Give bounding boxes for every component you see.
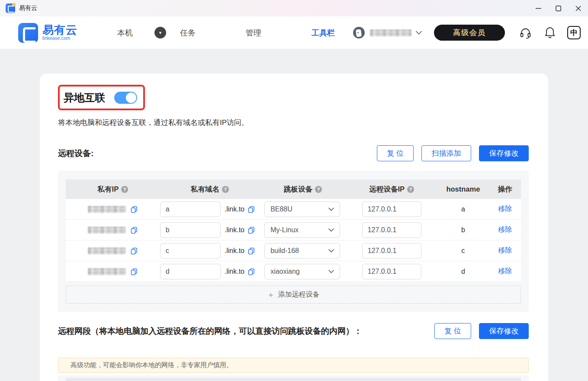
user-avatar[interactable]: [353, 27, 365, 38]
col-header-hostname: hostname: [446, 185, 480, 193]
private-domain-input[interactable]: [160, 202, 221, 217]
notifications-bell-icon[interactable]: [545, 27, 555, 38]
domain-suffix: .link.to: [225, 268, 244, 275]
help-icon[interactable]: ?: [222, 186, 229, 193]
jump-device-value: build-168: [270, 247, 299, 255]
remote-devices-heading: 远程设备:: [58, 148, 93, 159]
page-background: 异地互联 将本地电脑和远程设备互联，通过私有域名或私有IP访问。 远程设备: 复…: [0, 49, 588, 381]
chevron-down-icon[interactable]: [416, 31, 422, 35]
username-blurred: [370, 29, 411, 36]
nav-item-local[interactable]: 本机: [117, 28, 133, 38]
private-ip-blurred: [88, 227, 126, 234]
hostname-value: a: [461, 205, 465, 213]
col-header-jump-device: 跳板设备: [284, 185, 312, 194]
subnet-save-button[interactable]: 保存修改: [479, 323, 529, 339]
chevron-down-icon: [328, 270, 334, 273]
table-row: .link.to xiaoxiang d 移除: [66, 261, 521, 282]
remove-row-button[interactable]: 移除: [498, 225, 512, 234]
jump-device-value: My-Linux: [270, 226, 299, 234]
jump-device-select[interactable]: My-Linux: [264, 222, 340, 238]
page-title: 异地互联: [64, 91, 105, 105]
col-header-private-domain: 私有域名: [191, 185, 219, 194]
navbar: 易有云 linkease.com 本机 ▼ 任务 管理 工具栏 高级会员: [0, 16, 588, 49]
table-header-row: 私有IP? 私有域名? 跳板设备? 远程设备IP? hostname 操作: [66, 179, 521, 199]
brand-logo-icon: [18, 23, 38, 43]
private-domain-input[interactable]: [160, 264, 221, 279]
add-remote-device-button[interactable]: ＋ 添加远程设备: [66, 285, 521, 304]
chevron-down-icon: [328, 208, 334, 211]
remote-subnet-table-panel: 远程网段 跳板设备? 是否启用 操作: [58, 375, 529, 381]
domain-suffix: .link.to: [225, 205, 244, 213]
language-badge-button[interactable]: 中: [567, 26, 581, 39]
minimize-button[interactable]: [528, 0, 548, 16]
triangle-down-icon: ▼: [158, 31, 162, 35]
copy-icon[interactable]: [130, 205, 138, 213]
copy-icon[interactable]: [247, 268, 255, 275]
copy-icon[interactable]: [130, 226, 138, 234]
add-remote-device-label: 添加远程设备: [278, 290, 320, 299]
close-button[interactable]: [568, 0, 588, 16]
remote-ip-input[interactable]: [362, 202, 421, 217]
support-headset-icon[interactable]: [520, 27, 531, 39]
copy-icon[interactable]: [247, 205, 255, 213]
hostname-value: d: [461, 268, 465, 275]
table-row: .link.to build-168 c 移除: [66, 240, 521, 261]
hostname-value: b: [461, 226, 465, 234]
hostname-value: c: [461, 247, 465, 255]
nav-item-manage[interactable]: 管理: [246, 28, 261, 38]
language-badge-label: 中: [570, 28, 578, 38]
titlebar: 易有云: [0, 0, 588, 16]
copy-icon[interactable]: [130, 247, 138, 255]
jump-device-select[interactable]: BE88U: [264, 202, 340, 217]
private-domain-input[interactable]: [160, 222, 221, 238]
plus-icon: ＋: [267, 290, 275, 300]
feature-description: 将本地电脑和远程设备互联，通过私有域名或私有IP访问。: [58, 118, 529, 128]
subnet-reset-button[interactable]: 复 位: [434, 323, 471, 339]
remote-devices-table-panel: 私有IP? 私有域名? 跳板设备? 远程设备IP? hostname 操作: [58, 171, 529, 312]
col-header-private-ip: 私有IP: [98, 185, 119, 194]
remote-link-toggle[interactable]: [114, 92, 137, 104]
jump-device-value: xiaoxiang: [270, 268, 300, 275]
copy-icon[interactable]: [247, 226, 255, 234]
jump-device-select[interactable]: build-168: [264, 243, 340, 259]
toggle-knob: [126, 93, 136, 103]
remote-ip-input[interactable]: [362, 243, 421, 259]
save-changes-button[interactable]: 保存修改: [479, 145, 529, 161]
scan-add-button[interactable]: 扫描添加: [421, 145, 471, 161]
annotation-highlight-box: 异地互联: [58, 85, 145, 110]
copy-icon[interactable]: [247, 247, 255, 255]
brand-logo: 易有云 linkease.com: [18, 23, 77, 43]
nav-item-toolbar[interactable]: 工具栏: [312, 28, 335, 38]
help-icon[interactable]: ?: [121, 186, 128, 193]
col-header-remote-ip: 远程设备IP: [369, 185, 405, 194]
brand-name: 易有云: [42, 24, 77, 35]
table-row: .link.to My-Linux b 移除: [66, 220, 521, 240]
local-device-dropdown-button[interactable]: ▼: [154, 27, 166, 38]
reset-button[interactable]: 复 位: [377, 145, 414, 161]
domain-suffix: .link.to: [225, 226, 244, 234]
private-domain-input[interactable]: [160, 243, 221, 259]
help-icon[interactable]: ?: [315, 186, 322, 193]
remove-row-button[interactable]: 移除: [498, 246, 512, 255]
nav-item-tasks[interactable]: 任务: [180, 28, 196, 38]
maximize-button[interactable]: [548, 0, 568, 16]
remove-row-button[interactable]: 移除: [498, 205, 512, 214]
remote-subnet-heading: 远程网段（将本地电脑加入远程设备所在的网络，可以直接访问跳板设备的内网）：: [58, 326, 362, 337]
private-ip-blurred: [88, 206, 126, 213]
advanced-feature-warning: 高级功能，可能会影响你本地的网络，非专家用户慎用。: [58, 358, 529, 373]
remote-ip-input[interactable]: [362, 222, 421, 238]
chevron-down-icon: [328, 249, 334, 253]
remote-ip-input[interactable]: [362, 264, 421, 279]
col-header-actions: 操作: [498, 185, 512, 194]
private-ip-blurred: [88, 247, 126, 254]
subnet-table-header-row: 远程网段 跳板设备? 是否启用 操作: [66, 378, 521, 381]
toolbar-remote-link-card: 异地互联 将本地电脑和远程设备互联，通过私有域名或私有IP访问。 远程设备: 复…: [40, 74, 548, 381]
app-icon: [6, 3, 15, 13]
jump-device-select[interactable]: xiaoxiang: [264, 264, 340, 279]
remove-row-button[interactable]: 移除: [498, 267, 512, 276]
chevron-down-icon: [328, 228, 334, 232]
private-ip-blurred: [88, 268, 126, 275]
premium-member-button[interactable]: 高级会员: [434, 25, 505, 41]
copy-icon[interactable]: [130, 268, 138, 275]
help-icon[interactable]: ?: [407, 186, 414, 193]
